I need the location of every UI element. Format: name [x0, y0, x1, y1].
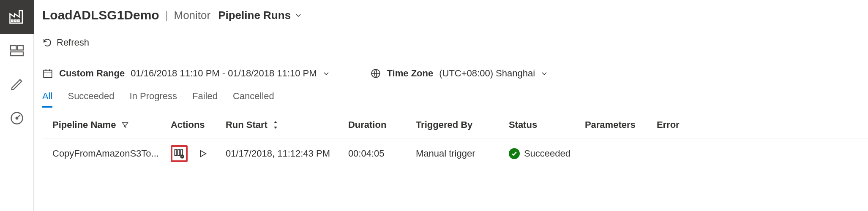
svg-rect-8: [44, 70, 52, 77]
col-actions: Actions: [165, 112, 220, 138]
cell-runstart: 01/17/2018, 11:12:43 PM: [220, 138, 342, 169]
timezone-label: Time Zone: [387, 68, 434, 79]
col-triggered[interactable]: Triggered By: [410, 112, 503, 138]
nav-author[interactable]: [0, 34, 34, 68]
data-factory-title: LoadADLSG1Demo: [42, 8, 159, 22]
refresh-icon: [42, 38, 52, 48]
tab-all[interactable]: All: [42, 91, 52, 108]
rerun-button[interactable]: [194, 145, 211, 162]
tab-inprogress[interactable]: In Progress: [130, 91, 177, 108]
status-text: Succeeded: [524, 148, 570, 159]
svg-rect-11: [177, 150, 180, 156]
breadcrumb-section: Monitor: [174, 9, 210, 22]
col-status[interactable]: Status: [503, 112, 579, 138]
cell-pipeline: CopyFromAmazonS3To...: [42, 138, 165, 169]
tab-succeeded[interactable]: Succeeded: [68, 91, 114, 108]
cell-duration: 00:04:05: [342, 138, 410, 169]
svg-rect-2: [17, 20, 19, 22]
success-icon: [509, 148, 520, 159]
left-nav: [0, 0, 34, 211]
runs-table: Pipeline Name Actions Run Start Duration…: [42, 112, 868, 169]
svg-rect-10: [175, 150, 177, 156]
nav-edit[interactable]: [0, 68, 34, 101]
layout-icon: [9, 43, 25, 58]
timezone-value: (UTC+08:00) Shanghai: [439, 68, 535, 79]
col-duration[interactable]: Duration: [342, 112, 410, 138]
view-activity-runs-button[interactable]: [171, 145, 188, 162]
cell-error: [651, 138, 868, 169]
nav-monitor[interactable]: [0, 101, 34, 135]
page-header: LoadADLSG1Demo | Monitor Pipeline Runs: [42, 0, 868, 27]
col-pipeline-name[interactable]: Pipeline Name: [42, 112, 165, 138]
pencil-icon: [10, 77, 24, 92]
calendar-icon: [42, 68, 53, 79]
svg-rect-1: [14, 20, 16, 22]
cell-status: Succeeded: [509, 148, 570, 159]
col-runstart-label: Run Start: [226, 119, 267, 130]
chevron-down-icon: [541, 70, 548, 77]
col-error[interactable]: Error: [651, 112, 868, 138]
date-range-value: 01/16/2018 11:10 PM - 01/18/2018 11:10 P…: [131, 68, 317, 79]
refresh-button[interactable]: Refresh: [42, 35, 868, 51]
page-dropdown[interactable]: Pipeline Runs: [218, 9, 302, 22]
status-tabs: All Succeeded In Progress Failed Cancell…: [42, 91, 868, 108]
svg-rect-0: [11, 20, 13, 22]
chevron-down-icon: [295, 12, 302, 19]
filter-icon: [121, 121, 129, 129]
cell-triggered: Manual trigger: [410, 138, 503, 169]
nav-home[interactable]: [0, 0, 34, 34]
sort-icon: [273, 121, 278, 129]
cell-parameters: [579, 138, 651, 169]
page-dropdown-label: Pipeline Runs: [218, 9, 291, 22]
col-parameters[interactable]: Parameters: [579, 112, 651, 138]
table-row[interactable]: CopyFromAmazonS3To...: [42, 138, 868, 169]
col-pipeline-label: Pipeline Name: [52, 119, 116, 130]
activity-runs-icon: [173, 148, 185, 160]
globe-icon: [370, 68, 381, 79]
date-range-label: Custom Range: [59, 68, 125, 79]
col-runstart[interactable]: Run Start: [220, 112, 342, 138]
date-range-filter[interactable]: Custom Range 01/16/2018 11:10 PM - 01/18…: [42, 68, 330, 79]
separator: |: [165, 9, 168, 22]
gauge-icon: [9, 111, 25, 126]
tab-failed[interactable]: Failed: [192, 91, 218, 108]
tab-cancelled[interactable]: Cancelled: [233, 91, 274, 108]
timezone-filter[interactable]: Time Zone (UTC+08:00) Shanghai: [370, 68, 548, 79]
svg-rect-4: [17, 46, 23, 50]
svg-rect-5: [11, 52, 23, 56]
chevron-down-icon: [323, 70, 330, 77]
svg-rect-3: [11, 46, 16, 50]
refresh-label: Refresh: [57, 37, 89, 48]
svg-point-7: [16, 117, 18, 119]
play-icon: [198, 149, 207, 158]
factory-icon: [8, 8, 26, 26]
